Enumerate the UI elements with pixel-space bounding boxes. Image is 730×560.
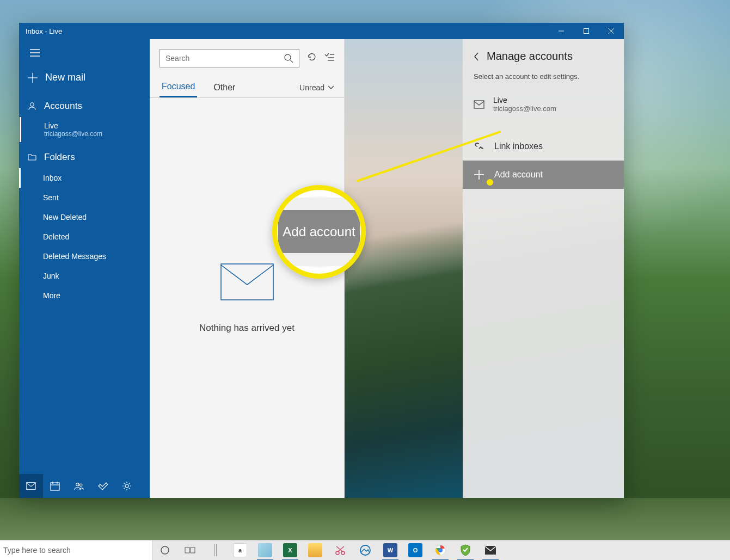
svg-rect-10 — [27, 483, 35, 490]
folders-header-label: Folders — [44, 152, 75, 163]
minimize-button[interactable] — [549, 23, 574, 39]
envelope-icon — [220, 263, 274, 301]
mail-icon — [26, 481, 36, 491]
taskbar-app-word[interactable]: W — [378, 540, 403, 561]
photos-icon — [359, 544, 371, 556]
panel-account-item[interactable]: Live triciagoss@live.com — [463, 91, 624, 117]
select-mode-button[interactable] — [324, 52, 334, 64]
taskbar-app-snip[interactable] — [328, 540, 353, 561]
calendar-nav-button[interactable] — [43, 474, 67, 498]
taskbar-app-photos[interactable] — [353, 540, 378, 561]
task-view-button[interactable] — [177, 540, 203, 561]
sidebar: New mail Accounts Live triciagoss@live.c… — [19, 39, 150, 498]
svg-rect-1 — [584, 29, 589, 34]
mail-nav-button[interactable] — [19, 474, 43, 498]
svg-point-9 — [30, 103, 34, 106]
chrome-icon — [434, 544, 446, 556]
chevron-down-icon — [328, 85, 334, 90]
refresh-button[interactable] — [307, 52, 317, 64]
search-icon — [284, 53, 293, 63]
people-nav-button[interactable] — [67, 474, 91, 498]
taskbar: Type here to search a X W O — [0, 540, 730, 560]
search-field[interactable] — [165, 54, 268, 63]
task-view-icon — [185, 546, 195, 555]
svg-line-19 — [290, 60, 293, 63]
svg-point-16 — [79, 484, 82, 487]
svg-point-18 — [285, 54, 291, 60]
sidebar-account-live[interactable]: Live triciagoss@live.com — [20, 117, 150, 142]
folder-junk[interactable]: Junk — [19, 266, 150, 286]
chevron-left-icon — [474, 52, 479, 61]
accounts-header[interactable]: Accounts — [19, 91, 150, 117]
folder-inbox[interactable]: Inbox — [19, 168, 150, 188]
account-name: Live — [44, 121, 141, 130]
taskbar-search-placeholder: Type here to search — [3, 546, 71, 555]
shield-icon — [460, 544, 471, 556]
folder-deleted[interactable]: Deleted — [19, 227, 150, 247]
svg-point-17 — [125, 484, 128, 488]
taskbar-app-notepad[interactable] — [253, 540, 278, 561]
list-select-icon — [324, 52, 334, 62]
window-title: Inbox - Live — [26, 27, 62, 35]
empty-state-text: Nothing has arrived yet — [199, 323, 295, 334]
close-button[interactable] — [599, 23, 624, 39]
todo-nav-button[interactable] — [91, 474, 115, 498]
settings-nav-button[interactable] — [115, 474, 139, 498]
tab-row: Focused Other Unread — [150, 74, 344, 98]
folder-sent[interactable]: Sent — [19, 188, 150, 207]
title-bar[interactable]: Inbox - Live — [19, 23, 624, 39]
panel-header[interactable]: Manage accounts — [463, 50, 624, 72]
manage-accounts-panel: Manage accounts Select an account to edi… — [463, 39, 624, 498]
folder-new-deleted[interactable]: New Deleted — [19, 207, 150, 227]
folder-list: Inbox Sent New Deleted Deleted Deleted M… — [19, 168, 150, 305]
taskbar-app-explorer[interactable] — [303, 540, 328, 561]
taskbar-app-amazon[interactable]: a — [228, 540, 253, 561]
folders-header[interactable]: Folders — [19, 142, 150, 168]
checkmark-icon — [98, 481, 108, 491]
taskbar-app-security[interactable] — [453, 540, 478, 561]
folder-icon — [28, 153, 36, 161]
new-mail-button[interactable]: New mail — [19, 64, 150, 91]
taskbar-app-outlook[interactable]: O — [403, 540, 428, 561]
svg-point-15 — [76, 483, 79, 486]
search-input[interactable] — [160, 49, 299, 67]
refresh-icon — [307, 52, 317, 62]
plus-icon — [474, 169, 484, 180]
taskbar-app-mail[interactable] — [478, 540, 503, 561]
account-email: triciagoss@live.com — [44, 130, 141, 138]
snip-icon — [334, 544, 346, 556]
tab-other[interactable]: Other — [211, 78, 237, 97]
svg-rect-23 — [221, 264, 273, 300]
taskbar-app-excel[interactable]: X — [278, 540, 303, 561]
accounts-header-label: Accounts — [44, 101, 82, 112]
people-icon — [74, 481, 84, 491]
desktop-wallpaper-lower — [0, 498, 730, 540]
svg-point-27 — [161, 546, 169, 554]
link-icon — [474, 141, 484, 152]
mail-icon — [484, 545, 496, 555]
svg-rect-37 — [485, 546, 496, 555]
new-mail-label: New mail — [45, 72, 85, 83]
panel-title: Manage accounts — [487, 50, 573, 63]
reading-pane: Manage accounts Select an account to edi… — [345, 39, 624, 498]
tab-focused[interactable]: Focused — [160, 77, 197, 97]
callout-connector-dot — [487, 179, 493, 186]
taskbar-divider — [203, 540, 228, 561]
hamburger-menu-button[interactable] — [19, 39, 150, 64]
maximize-button[interactable] — [574, 23, 599, 39]
filter-dropdown[interactable]: Unread — [299, 83, 334, 92]
cortana-button[interactable] — [152, 540, 177, 561]
svg-rect-24 — [474, 101, 484, 108]
add-account-label: Add account — [494, 170, 543, 180]
svg-rect-11 — [51, 483, 59, 490]
folder-deleted-messages[interactable]: Deleted Messages — [19, 247, 150, 266]
sidebar-bottom-nav — [19, 474, 150, 498]
callout-text: Add account — [278, 210, 360, 254]
taskbar-search[interactable]: Type here to search — [0, 540, 152, 560]
panel-account-name: Live — [493, 96, 556, 104]
folder-more[interactable]: More — [19, 286, 150, 305]
add-account-button[interactable]: Add account — [463, 161, 624, 189]
panel-subtitle: Select an account to edit settings. — [463, 72, 624, 91]
taskbar-app-chrome[interactable] — [428, 540, 453, 561]
mail-icon — [474, 100, 484, 109]
